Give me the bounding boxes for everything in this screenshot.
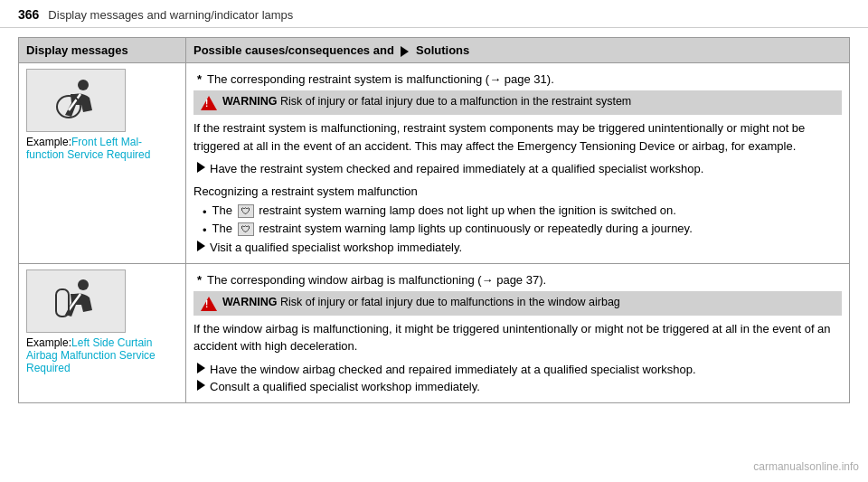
arrow-right-icon (197, 162, 205, 173)
bullet-dot-icon-2: • (203, 223, 207, 237)
arrow-right-icon-4 (197, 380, 205, 391)
row2-icon (26, 269, 126, 333)
svg-point-3 (78, 279, 89, 290)
row2-para1: If the window airbag is malfunctioning, … (193, 320, 842, 355)
row1-causes-cell: * The corresponding restraint system is … (186, 63, 850, 264)
row1-arrow2: Visit a qualified specialist workshop im… (193, 241, 842, 254)
bullet-dot-icon: • (203, 205, 207, 219)
restraint-inline-icon-2: 🛡 (238, 222, 254, 236)
row2-arrow2: Consult a qualified specialist workshop … (193, 380, 842, 393)
arrow-right-icon-3 (197, 363, 205, 373)
row1-main-bullet: * The corresponding restraint system is … (193, 72, 842, 86)
main-table: Display messages Possible causes/consequ… (18, 37, 850, 403)
row1-warning-text: WARNING Risk of injury or fatal injury d… (222, 95, 631, 108)
solutions-arrow-icon (401, 46, 409, 57)
restraint-inline-icon-1: 🛡 (238, 204, 254, 218)
page-title: Display messages and warning/indicator l… (48, 8, 293, 22)
arrow-right-icon-2 (197, 241, 205, 251)
restraint-icon-svg (49, 76, 103, 126)
svg-point-0 (78, 80, 89, 90)
row2-example-label: Example:Left Side Curtain Airbag Malfunc… (26, 336, 178, 374)
row1-arrow1: Have the restraint system checked and re… (193, 162, 842, 175)
row2-warning-text: WARNING Risk of injury or fatal injury d… (222, 296, 620, 308)
warning-triangle-icon-2 (201, 297, 217, 311)
page-number: 366 (18, 7, 39, 22)
row2-causes-cell: * The corresponding window airbag is mal… (186, 263, 850, 402)
curtain-airbag-icon-svg (49, 276, 103, 326)
table-row-2: Example:Left Side Curtain Airbag Malfunc… (19, 263, 850, 402)
row1-bullet-item-1: • The 🛡 restraint system warning lamp do… (193, 203, 842, 219)
row1-para1: If the restraint system is malfunctionin… (193, 119, 842, 155)
warning-triangle-icon (201, 96, 217, 110)
row2-main-bullet: * The corresponding window airbag is mal… (193, 273, 842, 287)
row1-warning-box: WARNING Risk of injury or fatal injury d… (193, 90, 842, 115)
row2-arrow1: Have the window airbag checked and repai… (193, 363, 842, 376)
row1-section-title: Recognizing a restraint system malfuncti… (193, 183, 842, 201)
row1-example-label: Example:Front Left Mal-function Service … (26, 136, 178, 161)
col-header-display: Display messages (19, 38, 186, 63)
page-header: 366 Display messages and warning/indicat… (0, 0, 868, 28)
watermark: carmanualsonline.info (753, 460, 859, 473)
row1-icon (26, 69, 126, 132)
row1-bullet-item-2: • The 🛡 restraint system warning lamp li… (193, 222, 842, 237)
row1-display-cell: Example:Front Left Mal-function Service … (19, 63, 186, 264)
col-header-causes: Possible causes/consequences and Solutio… (186, 38, 850, 63)
row2-display-cell: Example:Left Side Curtain Airbag Malfunc… (19, 263, 186, 402)
table-row: Example:Front Left Mal-function Service … (19, 63, 850, 264)
row2-warning-box: WARNING Risk of injury or fatal injury d… (193, 291, 842, 316)
